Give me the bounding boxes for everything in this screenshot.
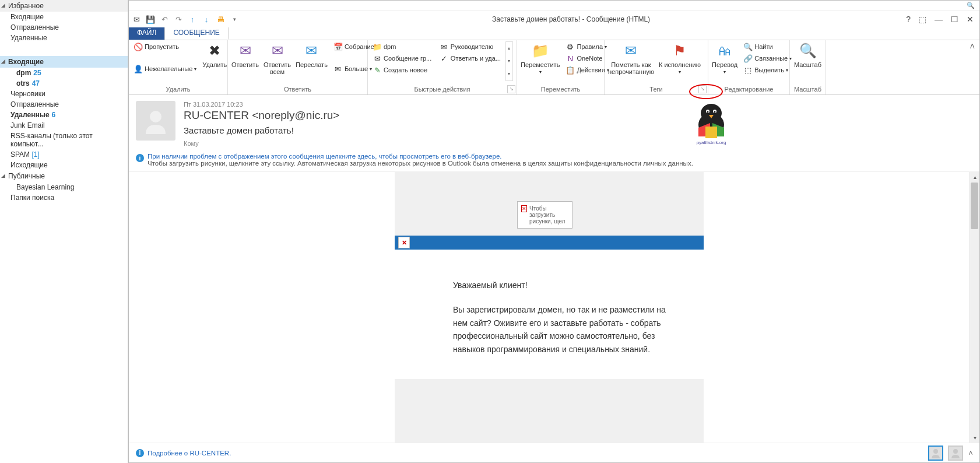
delete-icon: ✖	[205, 41, 224, 60]
parent-search-strip: 🔍	[129, 1, 979, 11]
quick-create[interactable]: ✎Создать новое	[371, 65, 436, 75]
delete-button[interactable]: ✖ Удалить	[202, 41, 227, 68]
next-icon[interactable]: ↓	[201, 14, 212, 24]
folder-spam[interactable]: SPAM [1]	[0, 149, 128, 160]
info-bar[interactable]: i При наличии проблем с отображением это…	[129, 150, 979, 172]
quick-msg[interactable]: ✉Сообщение гр...	[371, 53, 436, 64]
quick-more-icon[interactable]: ▾	[506, 68, 512, 80]
folder-sent[interactable]: Отправленные	[0, 99, 128, 110]
greeting-text: Уважаемый клиент!	[453, 279, 669, 292]
folder-outbox[interactable]: Исходящие	[0, 160, 128, 170]
flag-icon: ⚑	[670, 41, 689, 60]
scroll-up-icon[interactable]: ▴	[970, 172, 979, 182]
unread-icon: ✉	[621, 41, 640, 60]
tab-message[interactable]: СООБЩЕНИЕ	[165, 27, 229, 40]
rules-button[interactable]: ⚙Правила▾	[564, 41, 610, 52]
svg-point-9	[953, 449, 958, 454]
collapse-ribbon-icon[interactable]: ᐱ	[970, 43, 975, 92]
translate-button[interactable]: 🗛Перевод▾	[712, 41, 737, 75]
undo-icon[interactable]: ↶	[159, 14, 170, 24]
actions-button[interactable]: 📋Действия▾	[564, 65, 610, 75]
print-icon[interactable]: 🖶	[215, 14, 226, 24]
folder-drafts[interactable]: Черновики	[0, 89, 128, 99]
favorites-header[interactable]: ◢ Избранное	[0, 0, 128, 12]
rules-icon: ⚙	[565, 42, 575, 51]
blocked-image-placeholder[interactable]: ✕ Чтобы загрузить рисунки, щел	[517, 201, 572, 229]
quick-dpm[interactable]: 📁dpm	[371, 41, 436, 52]
qat-customize-icon[interactable]: ▾	[229, 14, 240, 24]
email-content-column: ✕ Чтобы загрузить рисунки, щел ✕ Уважаем…	[395, 172, 704, 443]
inbox-header[interactable]: ◢ Входящие	[0, 56, 128, 68]
quick-down-icon[interactable]: ▾	[506, 55, 512, 68]
zoom-button[interactable]: 🔍Масштаб	[794, 41, 821, 68]
sender-avatar	[136, 101, 175, 141]
move-button[interactable]: 📁Переместить▾	[521, 41, 560, 75]
help-icon[interactable]: ?	[906, 15, 911, 24]
body-paragraph: Вы зарегистрировали домен, но так и не р…	[453, 303, 669, 356]
quicksteps-launcher-icon[interactable]: ↘	[507, 85, 515, 93]
skip-button[interactable]: 🚫Пропустить	[132, 41, 198, 52]
reply-button[interactable]: ✉Ответить	[231, 41, 259, 68]
footer-more-link[interactable]: Подробнее о RU-CENTER.	[147, 450, 231, 457]
folder-sent-fav[interactable]: Отправленные	[0, 22, 128, 33]
scrollbar-thumb[interactable]	[971, 183, 978, 229]
tags-launcher-icon[interactable]: ↘	[698, 85, 707, 93]
reply-all-icon: ✉	[268, 41, 287, 60]
save-icon[interactable]: 💾	[145, 14, 156, 24]
tab-file[interactable]: ФАЙЛ	[129, 27, 165, 40]
quick-access-toolbar: ✉ 💾 ↶ ↷ ↑ ↓ 🖶 ▾	[131, 14, 240, 24]
quick-up-icon[interactable]: ▴	[506, 42, 512, 55]
related-button[interactable]: 🔗Связанные▾	[742, 53, 793, 64]
info-line-1: При наличии проблем с отображением этого…	[147, 153, 693, 160]
quick-reply-del[interactable]: ✓Ответить и уда...	[438, 53, 503, 64]
people-pane-contact-1[interactable]	[928, 446, 943, 461]
ribbon: 🚫Пропустить 👤Нежелательные▾ ✖ Удалить Уд…	[129, 40, 979, 95]
related-icon: 🔗	[743, 54, 753, 63]
forward-button[interactable]: ✉Переслать	[296, 41, 328, 68]
redo-icon[interactable]: ↷	[173, 14, 184, 24]
select-button[interactable]: ⬚Выделить▾	[742, 65, 793, 75]
folder-junk[interactable]: Junk Email	[0, 120, 128, 131]
folder-rss[interactable]: RSS-каналы (только этот компьют...	[0, 131, 128, 149]
junk-button[interactable]: 👤Нежелательные▾	[132, 64, 198, 74]
minimize-icon[interactable]: —	[935, 15, 943, 24]
scrollbar-track[interactable]: ▴ ▾	[970, 172, 979, 443]
followup-button[interactable]: ⚑К исполнению▾	[659, 41, 701, 75]
svg-point-0	[150, 111, 161, 122]
blocked-inline-icon[interactable]: ✕	[398, 237, 410, 248]
blocked-x-icon: ✕	[521, 205, 527, 212]
move-icon: 📁	[531, 41, 550, 60]
folder-deleted-fav[interactable]: Удаленные	[0, 33, 128, 43]
onenote-button[interactable]: NOneNote	[564, 53, 610, 64]
ribbon-group-move: 📁Переместить▾ ⚙Правила▾ NOneNote 📋Действ…	[517, 40, 605, 94]
people-pane-toggle-icon[interactable]: ᐱ	[969, 450, 972, 456]
close-icon[interactable]: ✕	[967, 15, 974, 24]
folder-inbox-fav[interactable]: Входящие	[0, 12, 128, 22]
reply-all-button[interactable]: ✉Ответить всем	[264, 41, 291, 75]
ribbon-group-editing: 🗛Перевод▾ 🔍Найти 🔗Связанные▾ ⬚Выделить▾ …	[708, 40, 790, 94]
mark-unread-button[interactable]: ✉Пометить как непрочитанную	[608, 41, 654, 75]
people-pane-contact-2[interactable]	[948, 446, 963, 461]
folder-dpm[interactable]: dpm25	[0, 68, 128, 78]
quick-manager[interactable]: ✉Руководителю	[438, 41, 503, 52]
public-label: Публичные	[8, 172, 45, 180]
scroll-down-icon[interactable]: ▾	[970, 433, 979, 443]
folder-search[interactable]: Папки поиска	[0, 192, 128, 203]
find-button[interactable]: 🔍Найти	[742, 41, 793, 52]
caret-icon: ◢	[1, 58, 5, 64]
footer-bar: i Подробнее о RU-CENTER. ᐱ	[129, 443, 979, 462]
folder-otrs[interactable]: otrs47	[0, 78, 128, 89]
folder-bayesian[interactable]: Bayesian Learning	[0, 182, 128, 192]
maximize-icon[interactable]: ☐	[951, 15, 958, 24]
search-icon[interactable]: 🔍	[967, 2, 975, 9]
folder-deleted[interactable]: Удаленные6	[0, 110, 128, 120]
meeting-icon: 📅	[333, 42, 343, 51]
caret-icon: ◢	[1, 2, 5, 8]
prev-icon[interactable]: ↑	[187, 14, 198, 24]
favorites-label: Избранное	[8, 2, 44, 10]
mail-icon[interactable]: ✉	[131, 14, 142, 24]
zoom-icon: 🔍	[799, 41, 817, 60]
svg-point-5	[707, 111, 709, 113]
public-header[interactable]: ◢ Публичные	[0, 170, 128, 182]
ribbon-options-icon[interactable]: ⬚	[919, 15, 926, 24]
